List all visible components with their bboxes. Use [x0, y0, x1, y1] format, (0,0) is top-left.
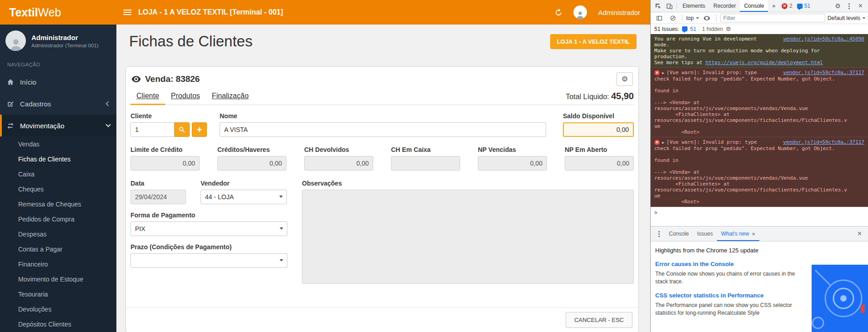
terminal-title: LOJA - 1 A VELOZ TEXTIL [Terminal - 001]	[138, 0, 283, 25]
cancel-button[interactable]: CANCELAR - ESC	[566, 312, 632, 328]
sidebar-item-financeiro[interactable]: Financeiro	[0, 257, 116, 272]
form-pencil-icon	[6, 101, 15, 107]
console-toolbar: top Default levels	[651, 12, 868, 24]
console-prompt[interactable]: >	[651, 207, 868, 218]
devtools-menu-button[interactable]	[843, 0, 855, 12]
deployment-guide-link[interactable]: https://vuejs.org/guide/deployment.html	[706, 60, 823, 65]
textilweb-logo[interactable]: TextilWeb	[0, 0, 116, 25]
drawer-menu-button[interactable]	[653, 228, 665, 240]
total-liquido-label: Total Líquido:	[566, 93, 609, 101]
search-client-button[interactable]	[174, 122, 190, 137]
drawer-tab-whats-new[interactable]: What's new ×	[717, 226, 759, 241]
prazo-select[interactable]	[130, 253, 287, 268]
console-filter-input[interactable]	[720, 14, 825, 22]
user-avatar[interactable]	[573, 5, 587, 19]
sidebar-item-inicio[interactable]: Início	[0, 71, 116, 93]
drawer-tab-console[interactable]: Console	[665, 226, 693, 241]
devtools-tab-console[interactable]: Console	[740, 0, 768, 12]
drawer-tab-issues[interactable]: Issues	[693, 226, 717, 241]
np-em-aberto-label: NP Em Aberto	[565, 146, 634, 153]
log-levels-selector[interactable]: Default levels	[828, 15, 865, 21]
sidebar-item-movimentacao[interactable]: Movimentação	[0, 115, 116, 136]
hidden-issues-link[interactable]: 1 hidden	[702, 26, 723, 32]
console-sidebar-button[interactable]	[653, 12, 665, 24]
vendedor-select[interactable]: 44 - LOJA	[201, 190, 287, 204]
gear-icon[interactable]: ⚙	[726, 25, 731, 32]
ch-devolvidos-input	[304, 156, 373, 171]
live-expression-eye-button[interactable]	[701, 12, 712, 24]
source-link[interactable]: vendor.js?id=50cfc0a…:37117	[783, 70, 864, 75]
inspect-element-button[interactable]	[652, 0, 664, 12]
article-title-link[interactable]: CSS selector statistics in Performance	[655, 292, 807, 299]
devtools-tab-recorder[interactable]: Recorder	[709, 0, 740, 12]
hamburger-icon[interactable]	[116, 0, 138, 25]
sidebar-item-tesouraria[interactable]: Tesouraria	[0, 287, 116, 302]
forma-pagamento-label: Forma de Pagamento	[130, 211, 287, 219]
message-bubble-icon	[797, 4, 803, 9]
add-client-button[interactable]: +	[192, 122, 207, 137]
issues-badge[interactable]: 51	[795, 3, 813, 9]
article-body: The Console now shows you chains of erro…	[655, 270, 807, 286]
devtools-tab-elements[interactable]: Elements	[678, 0, 709, 12]
prazo-field-group: Prazo (Condições de Pagamento)	[130, 243, 287, 268]
cliente-label: Cliente	[130, 112, 207, 120]
forma-pagamento-select[interactable]: PIX	[130, 221, 287, 236]
more-tabs-button[interactable]: »	[768, 0, 779, 12]
limite-input	[130, 156, 200, 171]
sidebar-item-fichas-de-clientes[interactable]: Fichas de Clientes	[0, 151, 116, 166]
sidebar-item-cadastros[interactable]: Cadastros	[0, 93, 116, 115]
clear-icon	[670, 15, 676, 21]
chevron-down-icon	[696, 17, 699, 19]
sidebar-item-vendas[interactable]: Vendas	[0, 136, 116, 151]
tab-produtos[interactable]: Produtos	[165, 88, 206, 105]
context-selector[interactable]: top	[686, 15, 699, 21]
sidebar-item-remessa-de-cheques[interactable]: Remessa de Cheques	[0, 196, 116, 211]
forma-pagamento-field-group: Forma de Pagamento PIX	[130, 211, 287, 236]
vendedor-field-group: Vendedor 44 - LOJA	[201, 180, 287, 204]
devtools-panel: Elements Recorder Console » ✕ 2 51 ⚙ × t…	[650, 0, 868, 332]
article-title-link[interactable]: Error causes in the Console	[655, 261, 807, 267]
error-stack: found in ---> <Venda> at resources/asset…	[654, 82, 864, 135]
sidebar-item-contas-a-pagar[interactable]: Contas a Pagar	[0, 241, 116, 257]
error-badge[interactable]: ✕ 2	[779, 3, 795, 9]
sidebar-item-devolucoes[interactable]: Devoluções	[0, 302, 116, 317]
inspect-icon	[655, 3, 662, 10]
np-vencidas-input	[478, 156, 547, 171]
tab-finalizacao[interactable]: Finalização	[206, 88, 255, 105]
sidebar-item-despesas[interactable]: Despesas	[0, 226, 116, 241]
sidebar-item-caixa[interactable]: Caixa	[0, 166, 116, 181]
sidebar-item-cheques[interactable]: Cheques	[0, 181, 116, 196]
sidebar-item-depositos-clientes[interactable]: Depósitos Clientes	[0, 317, 116, 332]
creditos-input	[217, 156, 286, 171]
whats-new-illustration	[812, 265, 868, 332]
clear-console-button[interactable]	[667, 12, 678, 24]
saldo-field-group: Saldo Disponível	[563, 112, 634, 137]
card-settings-button[interactable]: ⚙	[617, 72, 633, 86]
prazo-label: Prazo (Condições de Pagamento)	[130, 243, 287, 251]
devtools-close-button[interactable]: ×	[855, 0, 866, 12]
tab-cliente[interactable]: Cliente	[130, 88, 165, 105]
store-button[interactable]: LOJA 1 - A VELOZ TEXTIL	[550, 34, 637, 49]
drawer-close-button[interactable]: ×	[854, 228, 865, 240]
device-toolbar-button[interactable]	[664, 0, 675, 12]
cliente-field-group: Cliente +	[130, 112, 207, 137]
eye-icon	[131, 76, 141, 82]
creditos-label: Créditos/Haveres	[217, 146, 286, 153]
sidebar-item-pedidos-de-compra[interactable]: Pedidos de Compra	[0, 211, 116, 226]
whats-new-article: CSS selector statistics in Performance T…	[655, 292, 807, 317]
np-vencidas-field-group: NP Vencidas	[478, 146, 547, 171]
refresh-icon[interactable]	[555, 9, 562, 16]
close-tab-icon[interactable]: ×	[752, 231, 755, 237]
issues-bar: 51 Issues: 51 1 hidden ⚙	[651, 24, 868, 34]
expand-triangle-icon[interactable]: ▶	[662, 71, 664, 75]
nome-input[interactable]	[220, 122, 546, 137]
data-input	[130, 190, 186, 204]
movimentacao-submenu: Vendas Fichas de Clientes Caixa Cheques …	[0, 136, 116, 332]
source-link[interactable]: vendor.js?id=50cfc0a…:45090	[783, 36, 864, 42]
cliente-input[interactable]	[130, 122, 175, 137]
devtools-settings-button[interactable]: ⚙	[832, 0, 843, 12]
sidebar-item-movimento-de-estoque[interactable]: Movimento de Estoque	[0, 272, 116, 287]
topbar-username[interactable]: Administrador	[598, 9, 640, 16]
source-link[interactable]: vendor.js?id=50cfc0a…:37117	[783, 139, 864, 145]
expand-triangle-icon[interactable]: ▶	[662, 141, 664, 145]
